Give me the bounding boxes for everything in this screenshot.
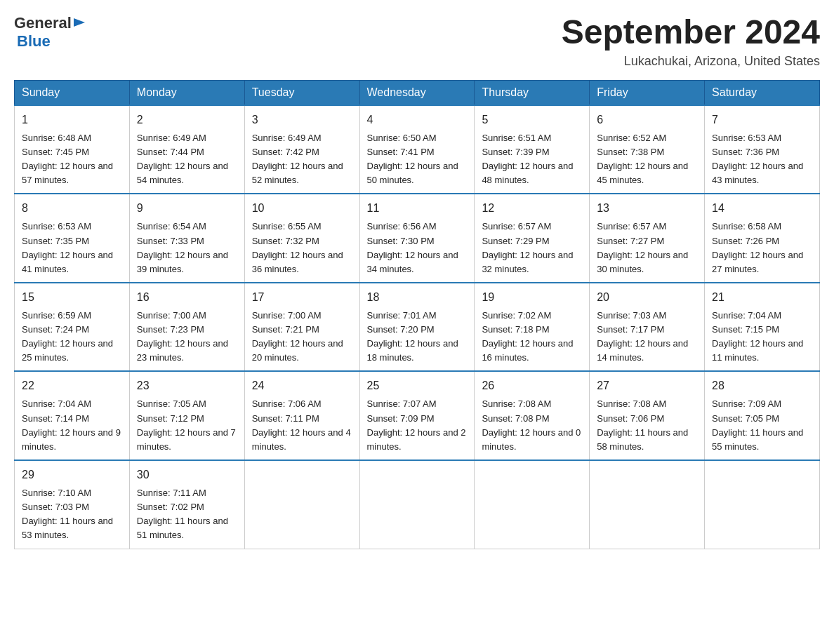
day-info: Sunrise: 6:48 AMSunset: 7:45 PMDaylight:…: [22, 131, 122, 188]
day-number: 24: [252, 377, 352, 394]
calendar-cell: 5Sunrise: 6:51 AMSunset: 7:39 PMDaylight…: [475, 105, 590, 194]
day-info: Sunrise: 6:49 AMSunset: 7:44 PMDaylight:…: [137, 131, 237, 188]
day-number: 21: [712, 289, 812, 306]
day-info: Sunrise: 6:49 AMSunset: 7:42 PMDaylight:…: [252, 131, 352, 188]
day-info: Sunrise: 7:00 AMSunset: 7:23 PMDaylight:…: [137, 309, 237, 365]
day-number: 15: [22, 289, 122, 306]
weekday-header-tuesday: Tuesday: [244, 80, 359, 105]
calendar-cell: 24Sunrise: 7:06 AMSunset: 7:11 PMDayligh…: [244, 371, 359, 460]
day-number: 2: [137, 112, 237, 128]
calendar-title: September 2024: [562, 14, 820, 51]
day-info: Sunrise: 6:56 AMSunset: 7:30 PMDaylight:…: [367, 220, 468, 276]
weekday-header-friday: Friday: [590, 80, 705, 105]
calendar-cell: 4Sunrise: 6:50 AMSunset: 7:41 PMDaylight…: [359, 105, 475, 194]
logo-icon: [74, 15, 88, 29]
calendar-cell: 13Sunrise: 6:57 AMSunset: 7:27 PMDayligh…: [590, 194, 705, 283]
calendar-cell: 25Sunrise: 7:07 AMSunset: 7:09 PMDayligh…: [359, 371, 475, 460]
day-number: 5: [482, 112, 582, 128]
week-row-3: 15Sunrise: 6:59 AMSunset: 7:24 PMDayligh…: [15, 283, 820, 372]
calendar-subtitle: Lukachukai, Arizona, United States: [562, 54, 820, 69]
day-number: 27: [597, 377, 697, 394]
day-info: Sunrise: 7:00 AMSunset: 7:21 PMDaylight:…: [252, 309, 352, 365]
calendar-cell: 22Sunrise: 7:04 AMSunset: 7:14 PMDayligh…: [15, 371, 130, 460]
calendar-cell: 3Sunrise: 6:49 AMSunset: 7:42 PMDaylight…: [244, 105, 359, 194]
day-info: Sunrise: 7:07 AMSunset: 7:09 PMDaylight:…: [367, 397, 468, 454]
calendar-cell: 7Sunrise: 6:53 AMSunset: 7:36 PMDaylight…: [705, 105, 820, 194]
calendar-cell: 15Sunrise: 6:59 AMSunset: 7:24 PMDayligh…: [15, 283, 130, 372]
weekday-header-thursday: Thursday: [475, 80, 590, 105]
day-info: Sunrise: 6:50 AMSunset: 7:41 PMDaylight:…: [367, 131, 468, 188]
weekday-header-monday: Monday: [129, 80, 244, 105]
calendar-cell: 8Sunrise: 6:53 AMSunset: 7:35 PMDaylight…: [15, 194, 130, 283]
title-area: September 2024 Lukachukai, Arizona, Unit…: [562, 14, 820, 69]
calendar-cell: 23Sunrise: 7:05 AMSunset: 7:12 PMDayligh…: [129, 371, 244, 460]
calendar-cell: 16Sunrise: 7:00 AMSunset: 7:23 PMDayligh…: [129, 283, 244, 372]
calendar-cell: 12Sunrise: 6:57 AMSunset: 7:29 PMDayligh…: [475, 194, 590, 283]
day-info: Sunrise: 6:58 AMSunset: 7:26 PMDaylight:…: [712, 220, 812, 276]
calendar-cell: 27Sunrise: 7:08 AMSunset: 7:06 PMDayligh…: [590, 371, 705, 460]
calendar-cell: [705, 460, 820, 549]
day-number: 9: [137, 200, 237, 217]
day-number: 11: [367, 200, 468, 217]
logo-general-text: General: [14, 14, 72, 32]
day-number: 12: [482, 200, 582, 217]
day-number: 26: [482, 377, 582, 394]
day-number: 4: [367, 112, 468, 128]
day-number: 3: [252, 112, 352, 128]
day-number: 19: [482, 289, 582, 306]
day-info: Sunrise: 7:04 AMSunset: 7:14 PMDaylight:…: [22, 397, 122, 454]
day-info: Sunrise: 7:02 AMSunset: 7:18 PMDaylight:…: [482, 309, 582, 365]
weekday-header-wednesday: Wednesday: [359, 80, 475, 105]
calendar-cell: 11Sunrise: 6:56 AMSunset: 7:30 PMDayligh…: [359, 194, 475, 283]
day-info: Sunrise: 6:52 AMSunset: 7:38 PMDaylight:…: [597, 131, 697, 188]
week-row-5: 29Sunrise: 7:10 AMSunset: 7:03 PMDayligh…: [15, 460, 820, 549]
day-number: 22: [22, 377, 122, 394]
calendar-cell: 29Sunrise: 7:10 AMSunset: 7:03 PMDayligh…: [15, 460, 130, 549]
day-number: 17: [252, 289, 352, 306]
calendar-cell: 30Sunrise: 7:11 AMSunset: 7:02 PMDayligh…: [129, 460, 244, 549]
day-info: Sunrise: 6:57 AMSunset: 7:29 PMDaylight:…: [482, 220, 582, 276]
day-number: 8: [22, 200, 122, 217]
day-info: Sunrise: 7:09 AMSunset: 7:05 PMDaylight:…: [712, 397, 812, 454]
day-number: 14: [712, 200, 812, 217]
logo-blue-text: Blue: [17, 32, 51, 51]
day-info: Sunrise: 6:54 AMSunset: 7:33 PMDaylight:…: [137, 220, 237, 276]
calendar-cell: 1Sunrise: 6:48 AMSunset: 7:45 PMDaylight…: [15, 105, 130, 194]
day-info: Sunrise: 7:08 AMSunset: 7:06 PMDaylight:…: [597, 397, 697, 454]
day-info: Sunrise: 6:59 AMSunset: 7:24 PMDaylight:…: [22, 309, 122, 365]
calendar-cell: 17Sunrise: 7:00 AMSunset: 7:21 PMDayligh…: [244, 283, 359, 372]
day-info: Sunrise: 7:08 AMSunset: 7:08 PMDaylight:…: [482, 397, 582, 454]
calendar-cell: [244, 460, 359, 549]
day-number: 28: [712, 377, 812, 394]
logo: General Blue: [14, 14, 88, 51]
day-info: Sunrise: 7:03 AMSunset: 7:17 PMDaylight:…: [597, 309, 697, 365]
day-number: 10: [252, 200, 352, 217]
day-info: Sunrise: 7:05 AMSunset: 7:12 PMDaylight:…: [137, 397, 237, 454]
day-info: Sunrise: 7:01 AMSunset: 7:20 PMDaylight:…: [367, 309, 468, 365]
calendar-cell: [475, 460, 590, 549]
day-number: 6: [597, 112, 697, 128]
day-number: 29: [22, 467, 122, 483]
calendar-cell: 6Sunrise: 6:52 AMSunset: 7:38 PMDaylight…: [590, 105, 705, 194]
calendar-cell: 20Sunrise: 7:03 AMSunset: 7:17 PMDayligh…: [590, 283, 705, 372]
calendar-cell: [359, 460, 475, 549]
day-number: 18: [367, 289, 468, 306]
week-row-2: 8Sunrise: 6:53 AMSunset: 7:35 PMDaylight…: [15, 194, 820, 283]
day-number: 7: [712, 112, 812, 128]
weekday-header-sunday: Sunday: [15, 80, 130, 105]
day-number: 1: [22, 112, 122, 128]
calendar-cell: 14Sunrise: 6:58 AMSunset: 7:26 PMDayligh…: [705, 194, 820, 283]
day-info: Sunrise: 6:57 AMSunset: 7:27 PMDaylight:…: [597, 220, 697, 276]
calendar-cell: 28Sunrise: 7:09 AMSunset: 7:05 PMDayligh…: [705, 371, 820, 460]
calendar-cell: 10Sunrise: 6:55 AMSunset: 7:32 PMDayligh…: [244, 194, 359, 283]
day-info: Sunrise: 7:06 AMSunset: 7:11 PMDaylight:…: [252, 397, 352, 454]
day-number: 20: [597, 289, 697, 306]
calendar-cell: 21Sunrise: 7:04 AMSunset: 7:15 PMDayligh…: [705, 283, 820, 372]
day-info: Sunrise: 7:11 AMSunset: 7:02 PMDaylight:…: [137, 486, 237, 543]
day-number: 23: [137, 377, 237, 394]
weekday-header-row: SundayMondayTuesdayWednesdayThursdayFrid…: [15, 80, 820, 105]
calendar-cell: [590, 460, 705, 549]
day-info: Sunrise: 6:55 AMSunset: 7:32 PMDaylight:…: [252, 220, 352, 276]
calendar-cell: 2Sunrise: 6:49 AMSunset: 7:44 PMDaylight…: [129, 105, 244, 194]
day-info: Sunrise: 6:53 AMSunset: 7:36 PMDaylight:…: [712, 131, 812, 188]
